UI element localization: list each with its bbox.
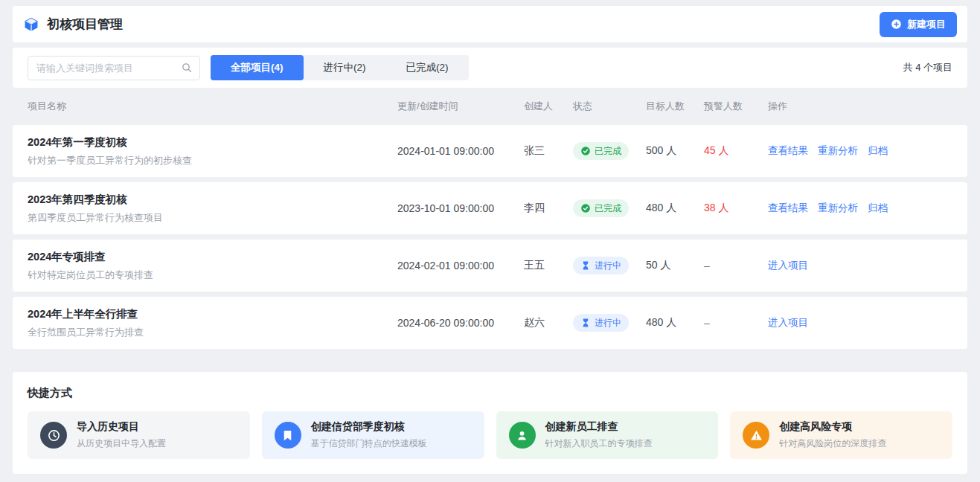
status-label: 已完成 <box>595 145 621 158</box>
project-creator: 赵六 <box>524 316 573 330</box>
toolbar: 全部项目(4) 进行中(2) 已完成(2) 共 4 个项目 <box>13 48 967 88</box>
plus-circle-icon <box>891 19 902 30</box>
user-icon <box>509 422 536 449</box>
table-row: 2024年专项排查针对特定岗位员工的专项排查2024-02-01 09:00:0… <box>13 240 967 292</box>
row-actions: 查看结果重新分析归档 <box>768 144 952 158</box>
action-link[interactable]: 查看结果 <box>768 202 808 215</box>
status-badge: 进行中 <box>573 257 629 274</box>
target-count: 480 人 <box>646 316 704 330</box>
target-count: 500 人 <box>646 144 704 158</box>
warning-icon <box>743 422 769 449</box>
column-project-name: 项目名称 <box>28 100 397 113</box>
status-label: 已完成 <box>595 202 621 215</box>
table-row: 2023年第四季度初核第四季度员工异常行为核查项目2023-10-01 09:0… <box>13 182 967 234</box>
shortcut-card-description: 从历史项目中导入配置 <box>77 437 166 450</box>
row-actions: 进入项目 <box>768 259 952 272</box>
shortcut-card-text: 创建信贷部季度初核基于信贷部门特点的快速模板 <box>311 420 427 450</box>
column-status: 状态 <box>573 100 646 113</box>
shortcut-card[interactable]: 创建高风险专项针对高风险岗位的深度排查 <box>730 411 952 459</box>
tab-all-projects[interactable]: 全部项目(4) <box>211 55 304 80</box>
shortcut-card-title: 导入历史项目 <box>77 420 166 434</box>
warning-count: 38 人 <box>704 202 768 215</box>
action-link[interactable]: 进入项目 <box>768 316 808 330</box>
project-name-cell: 2023年第四季度初核第四季度员工异常行为核查项目 <box>28 193 397 225</box>
shortcut-card[interactable]: 导入历史项目从历史项目中导入配置 <box>28 411 250 459</box>
warning-count: 45 人 <box>704 144 768 158</box>
project-description: 全行范围员工异常行为排查 <box>28 326 388 339</box>
shortcut-card-text: 创建新员工排查针对新入职员工的专项排查 <box>545 420 653 450</box>
shortcut-cards: 导入历史项目从历史项目中导入配置创建信贷部季度初核基于信贷部门特点的快速模板创建… <box>28 411 952 459</box>
project-title: 2024年专项排查 <box>28 250 388 264</box>
table-header: 项目名称 更新/创建时间 创建人 状态 目标人数 预警人数 操作 <box>13 88 967 125</box>
project-title: 2024年第一季度初核 <box>28 135 388 150</box>
project-name-cell: 2024年专项排查针对特定岗位员工的专项排查 <box>28 250 397 282</box>
project-creator: 李四 <box>524 202 573 215</box>
search-input[interactable] <box>28 56 200 80</box>
table-row: 2024年第一季度初核针对第一季度员工异常行为的初步核查2024-01-01 0… <box>13 125 967 177</box>
project-name-cell: 2024年第一季度初核针对第一季度员工异常行为的初步核查 <box>28 135 397 167</box>
shortcuts-panel: 快捷方式 导入历史项目从历史项目中导入配置创建信贷部季度初核基于信贷部门特点的快… <box>13 372 967 474</box>
table-row: 2024年上半年全行排查全行范围员工异常行为排查2024-06-20 09:00… <box>13 297 967 349</box>
warning-count: – <box>704 260 768 271</box>
project-status-cell: 已完成 <box>573 199 646 217</box>
shortcut-card-text: 创建高风险专项针对高风险岗位的深度排查 <box>779 420 886 450</box>
action-link[interactable]: 重新分析 <box>818 202 858 215</box>
status-badge: 已完成 <box>573 199 629 217</box>
title-wrap: 初核项目管理 <box>23 16 123 33</box>
project-status-cell: 已完成 <box>573 142 646 160</box>
project-description: 第四季度员工异常行为核查项目 <box>28 211 388 225</box>
shortcut-card-title: 创建信贷部季度初核 <box>311 420 427 434</box>
action-link[interactable]: 重新分析 <box>818 144 858 158</box>
clock-icon <box>40 422 67 449</box>
tab-completed[interactable]: 已完成(2) <box>386 55 469 80</box>
column-target-count: 目标人数 <box>646 100 704 113</box>
status-label: 进行中 <box>595 317 621 330</box>
search-box <box>28 56 200 80</box>
row-actions: 进入项目 <box>768 316 952 330</box>
project-creator: 张三 <box>524 144 573 158</box>
shortcut-card-title: 创建新员工排查 <box>545 420 653 434</box>
status-badge: 进行中 <box>573 314 629 332</box>
action-link[interactable]: 查看结果 <box>768 144 808 158</box>
project-description: 针对特定岗位员工的专项排查 <box>28 269 388 282</box>
search-icon[interactable] <box>181 62 193 74</box>
hourglass-icon <box>580 318 591 328</box>
shortcut-card-title: 创建高风险专项 <box>779 420 886 434</box>
shortcut-card-description: 针对新入职员工的专项排查 <box>545 437 653 450</box>
check-circle-icon <box>580 203 591 213</box>
column-warning-count: 预警人数 <box>704 100 768 113</box>
shortcuts-title: 快捷方式 <box>28 386 952 400</box>
warning-count: – <box>704 317 768 329</box>
page-title: 初核项目管理 <box>47 16 123 33</box>
shortcut-card-text: 导入历史项目从历史项目中导入配置 <box>77 420 166 450</box>
column-actions: 操作 <box>768 100 952 113</box>
bookmark-icon <box>275 422 301 449</box>
tab-in-progress[interactable]: 进行中(2) <box>304 55 386 80</box>
project-title: 2023年第四季度初核 <box>28 193 388 207</box>
project-status-cell: 进行中 <box>573 314 646 332</box>
action-link[interactable]: 进入项目 <box>768 259 808 272</box>
shortcut-card[interactable]: 创建新员工排查针对新入职员工的专项排查 <box>496 411 719 459</box>
action-link[interactable]: 归档 <box>868 202 888 215</box>
new-project-button[interactable]: 新建项目 <box>880 12 957 37</box>
check-circle-icon <box>580 146 591 156</box>
row-actions: 查看结果重新分析归档 <box>768 202 952 215</box>
project-status-cell: 进行中 <box>573 257 646 274</box>
action-link[interactable]: 归档 <box>868 144 888 158</box>
project-time: 2024-06-20 09:00:00 <box>397 317 524 329</box>
column-creator: 创建人 <box>524 100 573 113</box>
project-time: 2024-02-01 09:00:00 <box>397 260 524 271</box>
status-badge: 已完成 <box>573 142 629 160</box>
shortcut-card[interactable]: 创建信贷部季度初核基于信贷部门特点的快速模板 <box>262 411 484 459</box>
new-project-label: 新建项目 <box>907 18 946 31</box>
shortcut-card-description: 基于信贷部门特点的快速模板 <box>311 437 427 450</box>
project-total-count: 共 4 个项目 <box>903 61 952 74</box>
target-count: 480 人 <box>646 202 704 215</box>
project-list: 2024年第一季度初核针对第一季度员工异常行为的初步核查2024-01-01 0… <box>13 125 967 349</box>
status-label: 进行中 <box>595 260 621 272</box>
project-name-cell: 2024年上半年全行排查全行范围员工异常行为排查 <box>28 307 397 339</box>
hourglass-icon <box>580 260 591 271</box>
project-description: 针对第一季度员工异常行为的初步核查 <box>28 154 388 167</box>
target-count: 50 人 <box>646 259 704 272</box>
filter-tabs: 全部项目(4) 进行中(2) 已完成(2) <box>211 55 469 80</box>
